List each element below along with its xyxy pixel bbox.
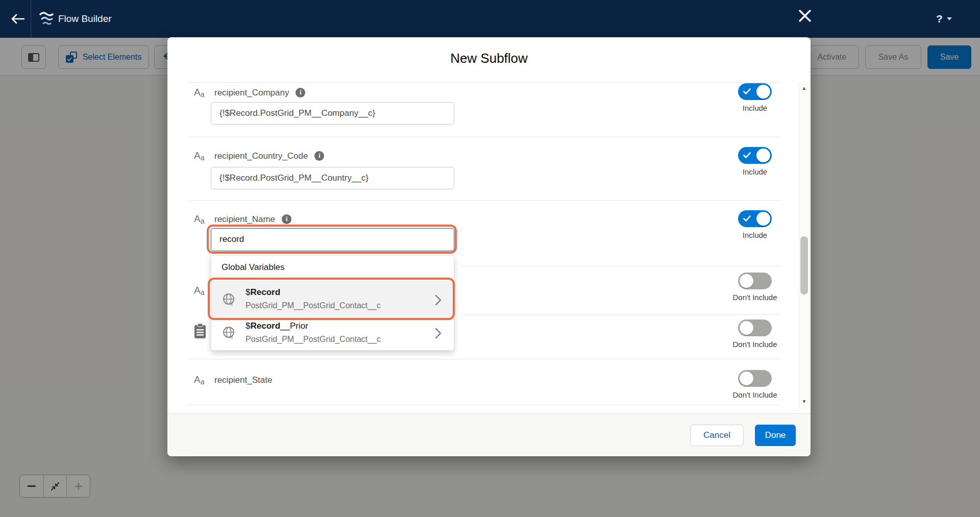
text-type-icon: Aa xyxy=(194,87,208,99)
done-button[interactable]: Done xyxy=(755,425,796,446)
toggle-group: Include xyxy=(721,83,789,112)
toggle-knob xyxy=(756,85,770,99)
include-toggle[interactable] xyxy=(738,319,772,336)
flow-builder-screen: Flow Builder ? Select Elements xyxy=(0,0,980,517)
field-input-recipient-country-code[interactable]: {!$Record.PostGrid_PM__Country__c} xyxy=(211,167,454,189)
clipboard-icon xyxy=(194,324,206,339)
resource-picker-dropdown: Global Variables x $Record PostGrid_PM__… xyxy=(211,255,454,351)
field-row-header: Aa recipient_State xyxy=(194,374,272,386)
help-menu[interactable]: ? xyxy=(936,0,952,38)
chevron-down-icon xyxy=(947,17,952,20)
toggle-group: Don't Include xyxy=(721,273,789,302)
scroll-down-arrow[interactable]: ▼ xyxy=(799,399,810,404)
chevron-right-icon xyxy=(435,328,442,339)
text-type-icon: Aa xyxy=(194,374,208,386)
help-icon: ? xyxy=(936,13,943,25)
cancel-button[interactable]: Cancel xyxy=(690,425,744,446)
app-header: Flow Builder ? xyxy=(0,0,980,38)
check-icon xyxy=(743,152,751,159)
toggle-group: Don't Include xyxy=(721,370,789,399)
toggle-knob xyxy=(740,321,753,335)
toggle-knob xyxy=(756,212,770,226)
include-toggle[interactable] xyxy=(738,83,772,100)
field-label: recipient_Name xyxy=(214,214,275,225)
toggle-label: Include xyxy=(743,104,767,112)
toggle-label: Include xyxy=(743,167,767,176)
check-icon xyxy=(743,215,751,222)
chevron-right-icon xyxy=(435,294,442,306)
toggle-label: Don't Include xyxy=(732,340,777,349)
info-icon[interactable]: i xyxy=(282,214,291,224)
close-icon xyxy=(798,9,812,22)
header-divider xyxy=(31,0,31,38)
row-divider xyxy=(189,82,781,83)
include-toggle[interactable] xyxy=(738,210,772,227)
include-toggle[interactable] xyxy=(738,147,772,164)
text-type-icon: Aa xyxy=(194,285,208,297)
new-subflow-modal: New Subflow Aa recipient_Company i {!$Re… xyxy=(167,37,811,456)
dropdown-item-record[interactable]: x $Record PostGrid_PM__PostGrid_Contact_… xyxy=(211,281,454,320)
row-divider xyxy=(461,266,781,266)
field-row-header: Aa recipient_Company i xyxy=(194,87,305,99)
modal-title: New Subflow xyxy=(167,51,811,66)
field-input-recipient-company[interactable]: {!$Record.PostGrid_PM__Company__c} xyxy=(211,102,454,125)
global-variable-icon: x xyxy=(222,326,236,340)
toggle-group: Include xyxy=(721,210,789,239)
row-divider xyxy=(189,200,781,201)
field-label: recipient_State xyxy=(214,375,272,385)
toggle-knob xyxy=(756,149,770,162)
row-divider xyxy=(461,314,781,315)
dropdown-separator xyxy=(211,279,454,280)
scrollbar-thumb[interactable] xyxy=(800,236,808,294)
scroll-up-arrow[interactable]: ▲ xyxy=(799,85,810,91)
toggle-knob xyxy=(740,274,753,288)
dropdown-item-record-prior[interactable]: x $Record__Prior PostGrid_PM__PostGrid_C… xyxy=(211,322,454,351)
text-type-icon: Aa xyxy=(194,213,208,225)
row-divider xyxy=(189,405,781,405)
flow-builder-logo-icon xyxy=(39,11,54,29)
back-button[interactable] xyxy=(7,9,29,29)
toggle-label: Don't Include xyxy=(732,390,777,399)
svg-text:x: x xyxy=(230,300,233,307)
toggle-group: Include xyxy=(721,147,789,176)
field-label: recipient_Company xyxy=(214,88,289,98)
toggle-label: Don't Include xyxy=(732,293,777,302)
modal-footer: Cancel Done xyxy=(167,413,811,456)
info-icon[interactable]: i xyxy=(296,88,305,97)
app-title: Flow Builder xyxy=(58,0,112,38)
row-divider xyxy=(189,359,781,359)
field-input-recipient-name[interactable]: record xyxy=(211,228,454,251)
toggle-label: Include xyxy=(743,231,767,239)
svg-text:x: x xyxy=(230,333,233,340)
text-type-icon: Aa xyxy=(194,150,208,162)
field-row-header: Aa recipient_Name i xyxy=(194,213,291,225)
toggle-group: Don't Include xyxy=(721,319,789,349)
info-icon[interactable]: i xyxy=(314,151,324,161)
back-arrow-icon xyxy=(11,14,25,24)
include-toggle[interactable] xyxy=(738,370,772,387)
field-row-header: Aa recipient_Country_Code i xyxy=(194,150,324,162)
dropdown-group-label: Global Variables xyxy=(222,262,284,273)
field-label: recipient_Country_Code xyxy=(214,151,308,161)
toggle-knob xyxy=(740,372,753,385)
include-toggle[interactable] xyxy=(738,273,772,289)
check-icon xyxy=(743,88,751,95)
global-variable-icon: x xyxy=(222,293,236,307)
close-modal-button[interactable] xyxy=(794,6,816,26)
row-divider xyxy=(189,137,781,137)
